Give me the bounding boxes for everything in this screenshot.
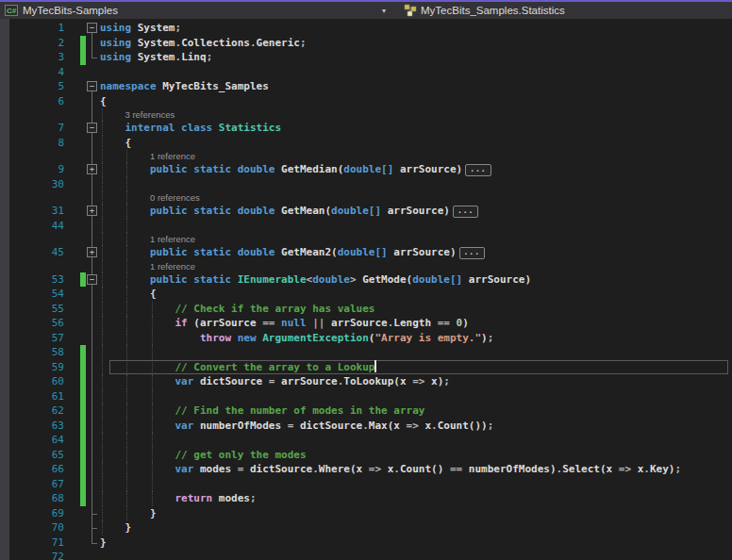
line-number[interactable]: 5 — [9, 79, 64, 94]
codelens-references[interactable]: 3 references — [125, 108, 175, 121]
token: System — [138, 37, 175, 49]
code-line[interactable]: 4 — [0, 65, 732, 80]
line-number[interactable]: 4 — [9, 65, 64, 80]
line-number[interactable]: 9 — [9, 162, 64, 177]
token: ArgumentException — [262, 332, 369, 344]
line-number[interactable]: 72 — [9, 550, 64, 560]
line-number[interactable]: 1 — [9, 21, 64, 36]
codelens-references[interactable]: 1 reference — [150, 260, 195, 272]
code-line[interactable]: 3using System.Linq; — [0, 50, 732, 65]
code-line[interactable]: 8 { — [0, 136, 732, 151]
line-number[interactable]: 30 — [9, 177, 64, 192]
line-number[interactable]: 45 — [9, 245, 64, 260]
token: . — [431, 420, 438, 432]
fold-collapse-toggle[interactable]: − — [87, 23, 97, 33]
chevron-down-icon[interactable]: ▾ — [382, 2, 386, 19]
code-line[interactable]: 59 // Convert the array to a Lookup — [0, 360, 732, 375]
code-line[interactable]: 31+ public static double GetMean(double[… — [0, 204, 732, 219]
fold-expand-toggle[interactable]: + — [87, 206, 97, 216]
line-number[interactable]: 53 — [9, 272, 64, 288]
line-number[interactable]: 65 — [9, 448, 64, 463]
fold-expand-toggle[interactable]: + — [87, 247, 97, 257]
code-editor[interactable]: 1−using System;2using System.Collections… — [0, 21, 732, 560]
line-number[interactable]: 55 — [9, 302, 64, 317]
line-number[interactable]: 61 — [9, 389, 64, 404]
fold-collapse-toggle[interactable]: − — [87, 81, 97, 91]
token: Linq — [181, 51, 207, 63]
code-line[interactable]: 64 — [0, 433, 732, 448]
code-line[interactable]: 62 // Find the number of modes in the ar… — [0, 404, 732, 419]
collapsed-region[interactable]: ... — [465, 164, 491, 176]
navigation-bar: C# MyTecBits-Samples ▾ MyTecBits_Samples… — [0, 0, 732, 19]
change-bar — [80, 36, 86, 51]
indent-guide — [102, 345, 103, 360]
code-line[interactable]: 30 — [0, 177, 732, 192]
line-number[interactable]: 64 — [9, 433, 64, 448]
code-line[interactable]: 67 — [0, 477, 732, 492]
code-line[interactable]: 58 — [0, 345, 732, 360]
code-line[interactable]: 9+ public static double GetMedian(double… — [0, 162, 732, 177]
code-line[interactable]: 57 throw new ArgumentException("Array is… — [0, 331, 732, 346]
line-number[interactable]: 66 — [9, 462, 64, 477]
indent-guide — [102, 233, 103, 245]
codelens-references[interactable]: 1 reference — [150, 233, 195, 245]
code-line[interactable]: 65 // get only the modes — [0, 448, 732, 463]
line-number[interactable]: 31 — [9, 204, 64, 219]
collapsed-region[interactable]: ... — [453, 206, 478, 218]
line-number[interactable]: 71 — [9, 535, 64, 551]
line-number[interactable]: 7 — [9, 121, 64, 136]
line-number[interactable]: 54 — [9, 287, 64, 302]
code-line[interactable]: 7− internal class Statistics — [0, 121, 732, 136]
line-number[interactable]: 59 — [9, 360, 64, 375]
line-number[interactable]: 69 — [9, 506, 64, 521]
token: arrSource — [281, 375, 338, 387]
token: // Check if the array has values — [175, 303, 374, 315]
code-line[interactable]: 56 if (arrSource == null || arrSource.Le… — [0, 316, 732, 331]
line-number[interactable]: 57 — [9, 331, 64, 346]
token: ; — [488, 420, 494, 432]
code-line[interactable]: 63 var numberOfModes = dictSource.Max(x … — [0, 419, 732, 434]
code-line[interactable]: 70 } — [0, 520, 732, 535]
code-line[interactable]: 53− public static IEnumerable<double> Ge… — [0, 272, 732, 288]
token: var — [175, 375, 200, 387]
code-line[interactable]: 68 return modes; — [0, 491, 732, 506]
line-number[interactable]: 67 — [9, 477, 64, 492]
fold-structure-corner — [92, 514, 97, 515]
fold-collapse-toggle[interactable]: − — [87, 123, 97, 133]
fold-expand-toggle[interactable]: + — [87, 164, 97, 174]
line-number[interactable]: 60 — [9, 374, 64, 389]
token: GetMean2( — [281, 246, 338, 258]
type-member-dropdown[interactable]: MyTecBits_Samples.Statistics — [404, 2, 565, 19]
code-line[interactable]: 54 { — [0, 287, 732, 302]
code-line[interactable]: 6{ — [0, 94, 732, 109]
line-number[interactable]: 62 — [9, 404, 64, 419]
code-line[interactable]: 45+ public static double GetMean2(double… — [0, 245, 732, 260]
line-number[interactable]: 2 — [9, 36, 64, 51]
fold-collapse-toggle[interactable]: − — [87, 274, 97, 285]
code-line[interactable]: 72 — [0, 550, 732, 560]
project-dropdown[interactable]: C# MyTecBits-Samples — [5, 2, 118, 19]
codelens-references[interactable]: 0 references — [150, 191, 200, 204]
line-number[interactable]: 3 — [9, 50, 64, 65]
code-line[interactable]: 69 } — [0, 506, 732, 521]
line-number[interactable]: 63 — [9, 419, 64, 434]
code-line[interactable]: 5−namespace MyTecBits_Samples — [0, 79, 732, 94]
code-line[interactable]: 44 — [0, 219, 732, 234]
codelens-references[interactable]: 1 reference — [150, 150, 195, 162]
line-number[interactable]: 8 — [9, 136, 64, 151]
code-line[interactable]: 71} — [0, 535, 732, 551]
line-number[interactable]: 44 — [9, 219, 64, 234]
code-line[interactable]: 66 var modes = dictSource.Where(x => x.C… — [0, 462, 732, 477]
indent-guide — [152, 433, 153, 448]
line-number[interactable]: 58 — [9, 345, 64, 360]
code-line[interactable]: 2using System.Collections.Generic; — [0, 36, 732, 51]
line-number[interactable]: 70 — [9, 520, 64, 535]
code-line[interactable]: 60 var dictSource = arrSource.ToLookup(x… — [0, 374, 732, 389]
line-number[interactable]: 68 — [9, 491, 64, 506]
line-number[interactable]: 6 — [9, 94, 64, 109]
line-number[interactable]: 56 — [9, 316, 64, 331]
collapsed-region[interactable]: ... — [459, 247, 485, 259]
code-line[interactable]: 55 // Check if the array has values — [0, 302, 732, 317]
code-line[interactable]: 61 — [0, 389, 732, 404]
code-line[interactable]: 1−using System; — [0, 21, 732, 36]
